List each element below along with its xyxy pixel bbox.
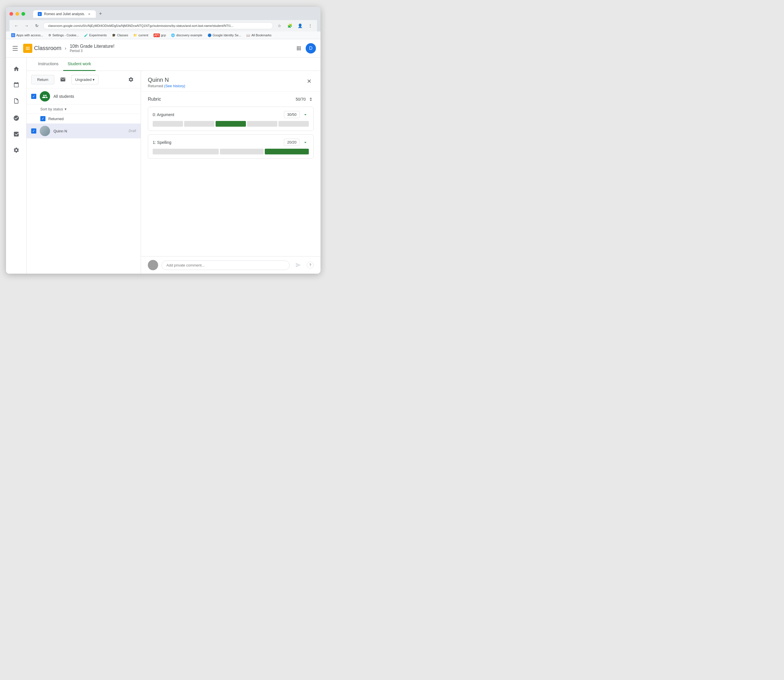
maximize-window-button[interactable] [22,12,25,16]
detail-header: Quinn N Returned (See history) ✕ [141,71,321,92]
close-window-button[interactable] [9,12,13,16]
bookmark-all-label: All Bookmarks [251,33,271,37]
bookmark-apps-label: Apps with access... [16,33,43,37]
bookmark-experiments[interactable]: 🧪 Experiments [82,33,109,38]
main-layout: Instructions Student work Return [6,57,321,274]
sidebar-item-settings[interactable] [8,143,24,157]
browser-titlebar: C Romeo and Juliet analysis. ✕ + ← → ↻ c… [6,7,321,31]
grade-filter-label: Ungraded [75,77,91,82]
address-input[interactable]: classroom.google.com/u/0/c/NjEyMDI4ODIxM… [43,22,273,29]
returned-checkbox[interactable]: ✓ [40,116,46,121]
help-button[interactable]: ? [307,262,314,269]
extension-button[interactable]: 🧩 [286,22,294,30]
tab-close-button[interactable]: ✕ [87,12,91,16]
student-row[interactable]: ✓ Quinn N Draft [27,124,141,139]
email-icon-button[interactable] [58,74,68,85]
sidebar [6,57,27,274]
all-students-row[interactable]: ✓ All students [27,88,141,105]
hamburger-menu-button[interactable] [11,44,20,53]
app-header: Classroom › 10th Grade Literature! Perio… [6,39,321,57]
back-button[interactable]: ← [12,22,20,30]
argument-seg-4 [247,121,277,127]
sidebar-item-home[interactable] [8,62,24,76]
bookmark-google-identity[interactable]: 🔵 Google Identity Se... [206,33,243,38]
rubric-item-argument-score: 30/50 [284,111,300,118]
panel-settings-button[interactable] [126,74,136,85]
rubric-header: Rubric 50/70 [148,96,314,102]
google-apps-icon[interactable] [294,44,303,53]
all-students-checkbox[interactable]: ✓ [31,94,36,99]
panel-toolbar: Return Ungraded ▾ [27,71,141,88]
classroom-icon [23,44,32,53]
grade-dropdown-chevron-icon: ▾ [93,77,94,82]
user-avatar[interactable]: D [305,43,316,54]
rubric-item-argument-expand-button[interactable] [302,111,309,118]
spelling-progress-bar [153,149,309,154]
return-button[interactable]: Return [31,75,54,84]
sidebar-item-expand[interactable] [8,111,24,125]
bookmark-apps[interactable]: G Apps with access... [9,33,45,38]
bookmark-apps-icon: G [11,33,15,37]
hamburger-line [13,50,18,50]
bookmark-discovery[interactable]: 🌐 discovery example [169,33,204,38]
sidebar-item-grades[interactable] [8,94,24,108]
comment-area: ? [141,256,321,274]
detail-student-name: Quinn N [148,77,185,83]
send-comment-button[interactable] [293,260,303,270]
rubric-item-argument: 0: Argument 30/50 [148,107,314,131]
bookmark-all[interactable]: 📖 All Bookmarks [244,33,273,38]
breadcrumb-chevron-icon: › [65,46,66,51]
grade-filter-dropdown[interactable]: Ungraded ▾ [71,75,98,84]
detail-status: Returned (See history) [148,84,185,88]
bookmark-google-identity-label: Google Identity Se... [213,33,241,37]
see-history-link[interactable]: (See history) [164,84,185,88]
bookmark-classes[interactable]: 🎓 Classes [110,33,130,38]
forward-button[interactable]: → [23,22,31,30]
browser-controls: C Romeo and Juliet analysis. ✕ + [9,10,317,18]
spelling-seg-2 [220,149,264,154]
classroom-label: Classroom [34,45,61,52]
detail-status-text: Returned [148,84,164,88]
sidebar-item-assignment[interactable] [8,127,24,141]
bookmark-settings[interactable]: ⚙ Settings - Cookie... [47,33,80,38]
classroom-logo: Classroom [23,44,61,53]
hamburger-line [13,48,18,49]
bookmark-settings-icon: ⚙ [48,33,51,37]
tab-student-work[interactable]: Student work [63,57,96,71]
rubric-title: Rubric [148,97,161,102]
argument-seg-2 [184,121,214,127]
bookmarks-bar: G Apps with access... ⚙ Settings - Cooki… [6,31,321,39]
bookmark-discovery-icon: 🌐 [171,33,175,37]
close-detail-button[interactable]: ✕ [304,77,314,86]
tab-title: Romeo and Juliet analysis. [44,12,85,16]
minimize-window-button[interactable] [16,12,19,16]
bookmark-gcp-label: gcp [161,33,166,37]
bookmark-all-icon: 📖 [246,33,250,37]
bookmark-google-identity-icon: 🔵 [208,33,212,37]
rubric-item-spelling-expand-button[interactable] [302,139,309,146]
all-students-avatar [40,91,50,102]
profile-button[interactable]: 👤 [296,22,304,30]
tab-bar: C Romeo and Juliet analysis. ✕ + [33,10,104,18]
new-tab-button[interactable]: + [96,10,104,18]
rubric-score-stepper[interactable] [308,96,314,102]
content-area: Instructions Student work Return [27,57,321,274]
bookmark-settings-label: Settings - Cookie... [52,33,79,37]
sidebar-item-calendar[interactable] [8,78,24,92]
browser-tab-active[interactable]: C Romeo and Juliet analysis. ✕ [33,10,96,18]
student-checkbox[interactable]: ✓ [31,128,36,134]
reload-button[interactable]: ↻ [33,22,41,30]
bookmark-current-label: current [139,33,148,37]
sort-dropdown-icon[interactable]: ▾ [65,107,67,111]
private-comment-input[interactable] [162,261,290,270]
menu-button[interactable]: ⋮ [306,22,314,30]
bookmark-current[interactable]: 📁 current [132,33,150,38]
bookmark-button[interactable]: ☆ [276,22,283,30]
bookmark-current-icon: 📁 [133,33,137,37]
all-students-label: All students [54,94,74,99]
tab-instructions[interactable]: Instructions [33,57,63,71]
bookmark-gcp[interactable]: API gcp [152,33,168,38]
app-container: Classroom › 10th Grade Literature! Perio… [6,39,321,274]
rubric-item-spelling-score: 20/20 [284,139,300,146]
spelling-seg-3 [265,149,309,154]
